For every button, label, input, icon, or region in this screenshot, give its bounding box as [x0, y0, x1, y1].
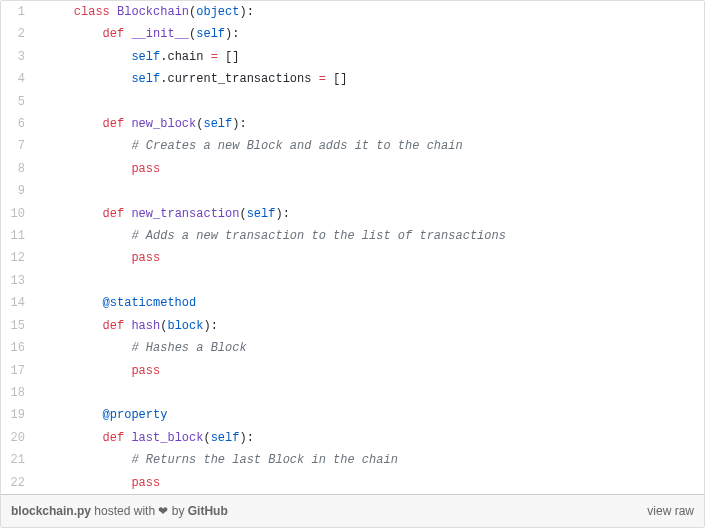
code-token [45, 408, 103, 422]
line-code: @staticmethod [35, 292, 196, 314]
line-code: pass [35, 360, 160, 382]
code-token: Blockchain [117, 5, 189, 19]
code-line: 18 [1, 382, 704, 404]
line-code: self.chain = [] [35, 46, 239, 68]
code-token: ): [239, 431, 253, 445]
code-token: def [103, 27, 125, 41]
code-token: def [103, 431, 125, 445]
code-token: # Hashes a Block [131, 341, 246, 355]
gist-meta-bar: blockchain.py hosted with ❤ by GitHub vi… [1, 494, 704, 527]
code-token: [] [218, 50, 240, 64]
code-token: pass [131, 476, 160, 490]
line-code: # Adds a new transaction to the list of … [35, 225, 506, 247]
code-line: 16 # Hashes a Block [1, 337, 704, 359]
line-number[interactable]: 4 [1, 68, 35, 90]
code-token: def [103, 117, 125, 131]
code-token: class [74, 5, 110, 19]
code-line: 8 pass [1, 158, 704, 180]
line-code: def hash(block): [35, 315, 218, 337]
code-line: 12 pass [1, 247, 704, 269]
code-line: 3 self.chain = [] [1, 46, 704, 68]
code-line: 22 pass [1, 472, 704, 494]
line-number[interactable]: 13 [1, 270, 35, 292]
line-number[interactable]: 21 [1, 449, 35, 471]
line-number[interactable]: 1 [1, 1, 35, 23]
code-token: ): [225, 27, 239, 41]
line-code: def new_transaction(self): [35, 203, 290, 225]
line-code: self.current_transactions = [] [35, 68, 347, 90]
code-token: new_transaction [131, 207, 239, 221]
code-line: 9 [1, 180, 704, 202]
line-code: pass [35, 158, 160, 180]
line-number[interactable]: 19 [1, 404, 35, 426]
code-token: ): [275, 207, 289, 221]
view-raw-link[interactable]: view raw [647, 504, 694, 518]
code-token [45, 431, 103, 445]
code-token: self [211, 431, 240, 445]
code-token: ): [232, 117, 246, 131]
gist-container: 1 class Blockchain(object):2 def __init_… [0, 0, 705, 528]
code-token: .chain [160, 50, 210, 64]
code-token: new_block [131, 117, 196, 131]
line-number[interactable]: 16 [1, 337, 35, 359]
line-code: # Creates a new Block and adds it to the… [35, 135, 463, 157]
code-token [45, 117, 103, 131]
code-line: 21 # Returns the last Block in the chain [1, 449, 704, 471]
heart-icon: ❤ [158, 504, 168, 518]
code-token [45, 72, 131, 86]
line-number[interactable]: 5 [1, 91, 35, 113]
line-number[interactable]: 12 [1, 247, 35, 269]
code-token: = [319, 72, 326, 86]
line-code: pass [35, 472, 160, 494]
code-token: # Returns the last Block in the chain [131, 453, 397, 467]
code-token: hash [131, 319, 160, 333]
code-line: 15 def hash(block): [1, 315, 704, 337]
hosted-text: hosted with [91, 504, 158, 518]
code-line: 4 self.current_transactions = [] [1, 68, 704, 90]
code-token: @property [103, 408, 168, 422]
line-number[interactable]: 8 [1, 158, 35, 180]
line-code: def __init__(self): [35, 23, 239, 45]
code-token [45, 139, 131, 153]
line-number[interactable]: 2 [1, 23, 35, 45]
line-number[interactable]: 17 [1, 360, 35, 382]
line-number[interactable]: 3 [1, 46, 35, 68]
code-token: pass [131, 162, 160, 176]
code-token: .current_transactions [160, 72, 318, 86]
code-line: 10 def new_transaction(self): [1, 203, 704, 225]
code-line: 11 # Adds a new transaction to the list … [1, 225, 704, 247]
line-code: class Blockchain(object): [35, 1, 254, 23]
code-token [45, 162, 131, 176]
line-number[interactable]: 10 [1, 203, 35, 225]
filename-link[interactable]: blockchain.py [11, 504, 91, 518]
code-area: 1 class Blockchain(object):2 def __init_… [1, 1, 704, 494]
code-line: 2 def __init__(self): [1, 23, 704, 45]
line-number[interactable]: 22 [1, 472, 35, 494]
code-line: 7 # Creates a new Block and adds it to t… [1, 135, 704, 157]
code-line: 1 class Blockchain(object): [1, 1, 704, 23]
line-code: @property [35, 404, 167, 426]
code-line: 20 def last_block(self): [1, 427, 704, 449]
code-token [45, 364, 131, 378]
code-line: 6 def new_block(self): [1, 113, 704, 135]
line-number[interactable]: 18 [1, 382, 35, 404]
github-link[interactable]: GitHub [188, 504, 228, 518]
line-code: # Hashes a Block [35, 337, 247, 359]
line-number[interactable]: 15 [1, 315, 35, 337]
code-token: last_block [131, 431, 203, 445]
line-number[interactable]: 7 [1, 135, 35, 157]
code-token: # Adds a new transaction to the list of … [131, 229, 505, 243]
code-token: __init__ [131, 27, 189, 41]
gist-meta-left: blockchain.py hosted with ❤ by GitHub [11, 504, 228, 518]
code-token [45, 296, 103, 310]
line-number[interactable]: 11 [1, 225, 35, 247]
line-code: pass [35, 247, 160, 269]
line-number[interactable]: 14 [1, 292, 35, 314]
line-number[interactable]: 9 [1, 180, 35, 202]
line-number[interactable]: 20 [1, 427, 35, 449]
code-line: 19 @property [1, 404, 704, 426]
line-number[interactable]: 6 [1, 113, 35, 135]
code-token [45, 476, 131, 490]
code-token [45, 251, 131, 265]
code-token: block [167, 319, 203, 333]
